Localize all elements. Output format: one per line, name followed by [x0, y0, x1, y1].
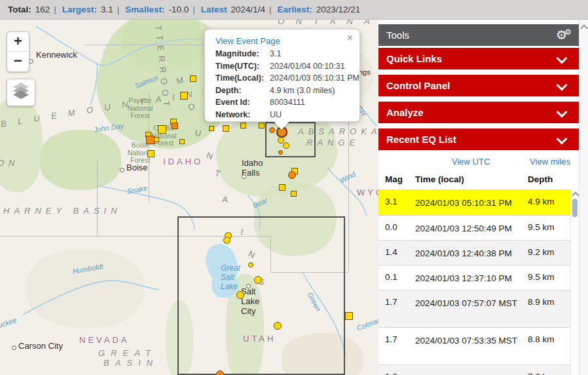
detail-label: Network:	[215, 109, 270, 121]
map-label: IDAHO	[163, 157, 203, 167]
scroll-up-icon[interactable]	[572, 191, 579, 199]
map-label: GREAT	[98, 349, 156, 359]
eq-depth: 4.9 km	[528, 197, 555, 207]
eq-row[interactable]: 3.12024/01/03 05:10:31 PM4.9 km	[378, 189, 570, 215]
section-control-panel[interactable]: Control Panel	[378, 75, 579, 96]
layers-control[interactable]	[7, 79, 35, 106]
chevron-down-icon	[557, 80, 568, 91]
map-canvas[interactable]: O N T A N AKennewickB L U E M O U N T A …	[0, 20, 378, 375]
eq-row[interactable]: 1.62024/01/03 07:08:327.6 km	[378, 365, 570, 375]
summary-label: Latest	[201, 5, 227, 14]
eq-row[interactable]: 1.72024/01/03 07:57:07 MST8.9 km	[378, 290, 570, 327]
summary-item: Total:162|	[8, 5, 62, 14]
map-label: Carson City	[18, 342, 63, 351]
earthquake-marker[interactable]	[259, 123, 265, 128]
earthquake-marker[interactable]	[283, 142, 289, 149]
settings-gears-icon[interactable]: ⚙⚙	[556, 24, 567, 46]
map-label: Kennewick	[36, 50, 77, 60]
close-icon[interactable]: ×	[347, 32, 353, 44]
chevron-down-icon	[557, 134, 568, 145]
map-label: O	[188, 102, 196, 113]
zoom-in-button[interactable]: +	[7, 32, 29, 51]
eq-row[interactable]: 1.72024/01/03 07:53:35 MST8.8 km	[378, 327, 570, 365]
eq-time: 2024/01/03 07:57:07 MST	[415, 297, 519, 309]
scroll-up-icon[interactable]	[580, 24, 587, 31]
eq-time: 2024/01/03 05:10:31 PM	[415, 197, 519, 209]
map-label: BASIN	[103, 359, 158, 368]
view-miles-link[interactable]: View miles	[530, 157, 570, 167]
earthquake-marker[interactable]	[179, 139, 185, 144]
event-detail-row: Depth:4.9 km (3.0 miles)	[215, 85, 359, 97]
view-event-page-link[interactable]: View Event Page	[215, 36, 359, 46]
popup-pointer	[273, 121, 290, 130]
map-label: ON	[0, 159, 20, 168]
earthquake-marker[interactable]	[278, 150, 283, 155]
earthquake-marker[interactable]	[223, 125, 229, 132]
event-popup: × View Event Page Magnitude:3.1Time(UTC)…	[204, 29, 360, 122]
earthquake-marker[interactable]	[223, 237, 230, 244]
eq-row[interactable]: 1.42024/01/03 12:40:38 PM9.2 km	[378, 240, 570, 265]
map-label: HARNEY BASIN	[3, 207, 122, 216]
eq-row[interactable]: 0.02024/01/03 12:50:49 PM9.5 km	[378, 215, 570, 240]
accordion-sections: Quick LinksControl PanelAnalyzeRecent EQ…	[378, 48, 579, 150]
summary-item: Smallest:-10.0|	[125, 5, 200, 14]
summary-value: 2024/1/4	[230, 5, 265, 14]
eq-magnitude: 3.1	[385, 197, 411, 207]
zoom-out-button[interactable]: −	[7, 52, 29, 71]
earthquake-marker[interactable]	[180, 92, 188, 100]
map-label: RANGE	[306, 138, 359, 148]
event-detail-row: Time(UTC):2024/01/04 00:10:31	[215, 60, 359, 73]
tools-header: Tools ⚙⚙	[378, 24, 579, 46]
event-detail-row: Time(Local):2024/01/03 05:10:31 PM	[215, 72, 359, 85]
earthquake-marker[interactable]	[209, 126, 214, 131]
tools-title: Tools	[386, 30, 409, 41]
detail-label: Depth:	[215, 85, 270, 97]
earthquake-marker[interactable]	[248, 262, 253, 267]
view-utc-link[interactable]: View UTC	[452, 157, 490, 167]
section-analyze[interactable]: Analyze	[378, 102, 579, 123]
earthquake-marker[interactable]	[216, 370, 224, 375]
detail-value: 80034111	[270, 96, 305, 109]
eq-row[interactable]: 0.12024/01/03 12:37:10 PM9.5 km	[378, 265, 570, 290]
section-recent-eq-list[interactable]: Recent EQ List	[378, 128, 579, 150]
detail-value: 2024/01/04 00:10:31	[270, 60, 345, 73]
eq-table-header: MagTime (local)Depth	[378, 169, 570, 189]
detail-value: 4.9 km (3.0 miles)	[270, 85, 335, 97]
summary-label: Total:	[8, 5, 31, 14]
earthquake-marker[interactable]	[254, 276, 262, 284]
eq-magnitude: 1.4	[385, 247, 411, 257]
list-scrollbar[interactable]	[570, 189, 579, 375]
earthquake-marker[interactable]	[158, 125, 166, 134]
section-label: Analyze	[386, 107, 424, 118]
earthquake-marker[interactable]	[190, 75, 196, 82]
map-label: Boise	[126, 163, 148, 173]
earthquake-marker[interactable]	[154, 137, 159, 142]
earthquake-marker[interactable]	[236, 291, 244, 299]
map-label: ngs	[359, 68, 371, 77]
eq-magnitude: 1.7	[385, 297, 411, 307]
map-label: NEVADA	[79, 336, 130, 345]
detail-label: Event Id:	[215, 96, 270, 109]
earthquake-marker[interactable]	[147, 150, 155, 157]
summary-item: Earliest:2023/12/21	[278, 5, 361, 14]
separator: |	[269, 5, 272, 14]
earthquake-marker[interactable]	[291, 191, 297, 197]
eq-magnitude: 1.6	[385, 372, 411, 375]
scrollbar-thumb[interactable]	[572, 199, 578, 217]
earthquake-marker[interactable]	[279, 184, 285, 191]
separator: |	[193, 5, 195, 14]
earthquake-marker[interactable]	[274, 322, 282, 330]
earthquake-marker[interactable]	[345, 312, 353, 320]
earthquake-marker[interactable]	[240, 123, 246, 128]
section-quick-links[interactable]: Quick Links	[378, 48, 579, 69]
summary-bar: Total:162|Largest:3.1|Smallest:-10.0|Lat…	[0, 0, 588, 20]
section-label: Control Panel	[386, 80, 450, 91]
summary-value: 3.1	[101, 5, 113, 14]
earthquake-marker[interactable]	[172, 123, 178, 129]
earthquake-marker[interactable]	[288, 171, 296, 179]
column-header: Mag	[385, 174, 403, 184]
map-label: Payette National Forest	[122, 97, 158, 120]
page-scrollbar[interactable]	[579, 20, 588, 375]
detail-label: Magnitude:	[215, 48, 270, 60]
earthquake-marker[interactable]	[146, 136, 155, 144]
